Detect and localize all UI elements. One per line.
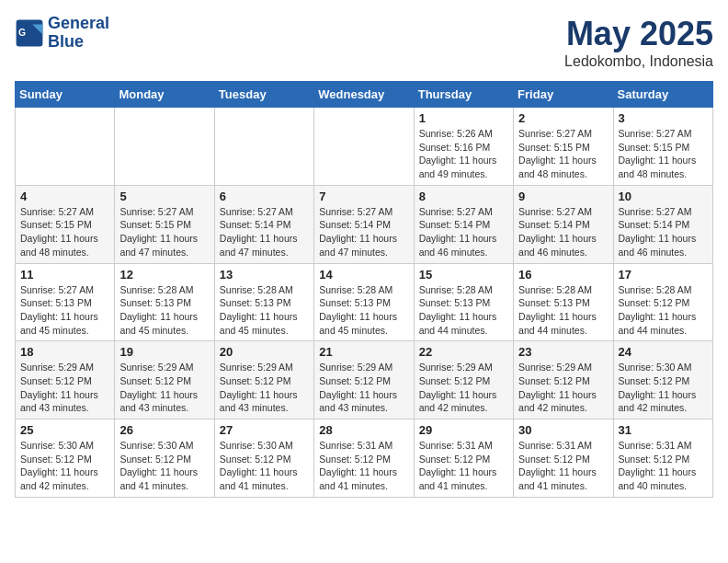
day-number: 29 <box>419 423 508 437</box>
weekday-header-monday: Monday <box>115 82 214 108</box>
calendar-cell: 30Sunrise: 5:31 AM Sunset: 5:12 PM Dayli… <box>514 419 613 498</box>
calendar-cell <box>314 108 414 186</box>
weekday-header-wednesday: Wednesday <box>314 82 414 108</box>
calendar-cell: 11Sunrise: 5:27 AM Sunset: 5:13 PM Dayli… <box>16 263 115 341</box>
weekday-header-row: SundayMondayTuesdayWednesdayThursdayFrid… <box>16 82 713 108</box>
day-info: Sunrise: 5:31 AM Sunset: 5:12 PM Dayligh… <box>319 439 408 493</box>
calendar-cell: 9Sunrise: 5:27 AM Sunset: 5:14 PM Daylig… <box>514 185 613 263</box>
day-info: Sunrise: 5:28 AM Sunset: 5:13 PM Dayligh… <box>319 283 408 338</box>
day-info: Sunrise: 5:30 AM Sunset: 5:12 PM Dayligh… <box>119 439 209 493</box>
day-info: Sunrise: 5:31 AM Sunset: 5:12 PM Dayligh… <box>619 439 708 493</box>
calendar-cell: 10Sunrise: 5:27 AM Sunset: 5:14 PM Dayli… <box>613 185 712 263</box>
calendar-cell: 17Sunrise: 5:28 AM Sunset: 5:12 PM Dayli… <box>613 263 712 341</box>
day-info: Sunrise: 5:30 AM Sunset: 5:12 PM Dayligh… <box>220 439 309 493</box>
calendar-cell: 1Sunrise: 5:26 AM Sunset: 5:16 PM Daylig… <box>414 108 513 186</box>
calendar-cell <box>16 108 115 186</box>
calendar-cell: 21Sunrise: 5:29 AM Sunset: 5:12 PM Dayli… <box>314 341 414 419</box>
day-number: 13 <box>220 268 309 282</box>
day-info: Sunrise: 5:28 AM Sunset: 5:13 PM Dayligh… <box>119 283 209 338</box>
day-info: Sunrise: 5:30 AM Sunset: 5:12 PM Dayligh… <box>20 439 109 493</box>
day-info: Sunrise: 5:26 AM Sunset: 5:16 PM Dayligh… <box>419 127 508 181</box>
svg-text:G: G <box>18 28 26 38</box>
weekday-header-tuesday: Tuesday <box>214 82 313 108</box>
weekday-header-saturday: Saturday <box>613 82 712 108</box>
calendar-cell: 18Sunrise: 5:29 AM Sunset: 5:12 PM Dayli… <box>16 341 115 419</box>
day-info: Sunrise: 5:29 AM Sunset: 5:12 PM Dayligh… <box>419 361 508 415</box>
calendar-cell: 8Sunrise: 5:27 AM Sunset: 5:14 PM Daylig… <box>414 185 513 263</box>
day-info: Sunrise: 5:29 AM Sunset: 5:12 PM Dayligh… <box>518 361 608 415</box>
day-number: 28 <box>319 423 408 437</box>
logo-icon: G <box>15 18 44 48</box>
day-info: Sunrise: 5:30 AM Sunset: 5:12 PM Dayligh… <box>619 361 708 415</box>
calendar-cell: 27Sunrise: 5:30 AM Sunset: 5:12 PM Dayli… <box>214 419 313 498</box>
day-number: 23 <box>518 345 608 359</box>
calendar-cell: 13Sunrise: 5:28 AM Sunset: 5:13 PM Dayli… <box>214 263 313 341</box>
calendar-cell: 12Sunrise: 5:28 AM Sunset: 5:13 PM Dayli… <box>115 263 214 341</box>
calendar-cell <box>115 108 214 186</box>
day-info: Sunrise: 5:27 AM Sunset: 5:15 PM Dayligh… <box>119 205 209 259</box>
week-row-2: 4Sunrise: 5:27 AM Sunset: 5:15 PM Daylig… <box>16 185 713 263</box>
day-number: 21 <box>319 345 408 359</box>
month-title: May 2025 <box>564 15 713 53</box>
calendar-cell: 22Sunrise: 5:29 AM Sunset: 5:12 PM Dayli… <box>414 341 513 419</box>
day-info: Sunrise: 5:27 AM Sunset: 5:14 PM Dayligh… <box>220 205 309 259</box>
day-number: 3 <box>619 111 708 125</box>
title-block: May 2025 Ledokombo, Indonesia <box>564 15 713 70</box>
day-number: 10 <box>619 190 708 203</box>
weekday-header-thursday: Thursday <box>414 82 513 108</box>
calendar-cell: 29Sunrise: 5:31 AM Sunset: 5:12 PM Dayli… <box>414 419 513 498</box>
calendar-cell: 3Sunrise: 5:27 AM Sunset: 5:15 PM Daylig… <box>613 108 712 186</box>
day-info: Sunrise: 5:27 AM Sunset: 5:15 PM Dayligh… <box>619 127 708 181</box>
calendar-cell <box>214 108 313 186</box>
day-info: Sunrise: 5:27 AM Sunset: 5:13 PM Dayligh… <box>20 283 109 338</box>
week-row-4: 18Sunrise: 5:29 AM Sunset: 5:12 PM Dayli… <box>16 341 713 419</box>
day-info: Sunrise: 5:28 AM Sunset: 5:13 PM Dayligh… <box>419 283 508 338</box>
day-number: 12 <box>119 268 209 282</box>
day-number: 8 <box>419 190 508 203</box>
day-number: 4 <box>20 190 109 203</box>
day-number: 19 <box>119 345 209 359</box>
day-info: Sunrise: 5:27 AM Sunset: 5:15 PM Dayligh… <box>518 127 608 181</box>
week-row-1: 1Sunrise: 5:26 AM Sunset: 5:16 PM Daylig… <box>16 108 713 186</box>
day-number: 31 <box>619 423 708 437</box>
calendar-cell: 5Sunrise: 5:27 AM Sunset: 5:15 PM Daylig… <box>115 185 214 263</box>
day-number: 1 <box>419 111 508 125</box>
day-number: 15 <box>419 268 508 282</box>
day-info: Sunrise: 5:27 AM Sunset: 5:14 PM Dayligh… <box>518 205 608 259</box>
calendar-cell: 6Sunrise: 5:27 AM Sunset: 5:14 PM Daylig… <box>214 185 313 263</box>
day-info: Sunrise: 5:29 AM Sunset: 5:12 PM Dayligh… <box>319 361 408 415</box>
day-number: 6 <box>220 190 309 203</box>
calendar-cell: 15Sunrise: 5:28 AM Sunset: 5:13 PM Dayli… <box>414 263 513 341</box>
calendar-cell: 31Sunrise: 5:31 AM Sunset: 5:12 PM Dayli… <box>613 419 712 498</box>
week-row-5: 25Sunrise: 5:30 AM Sunset: 5:12 PM Dayli… <box>16 419 713 498</box>
calendar-table: SundayMondayTuesdayWednesdayThursdayFrid… <box>15 81 713 498</box>
day-number: 14 <box>319 268 408 282</box>
day-info: Sunrise: 5:27 AM Sunset: 5:14 PM Dayligh… <box>619 205 708 259</box>
day-info: Sunrise: 5:27 AM Sunset: 5:15 PM Dayligh… <box>20 205 109 259</box>
day-number: 24 <box>619 345 708 359</box>
day-info: Sunrise: 5:27 AM Sunset: 5:14 PM Dayligh… <box>419 205 508 259</box>
day-number: 7 <box>319 190 408 203</box>
calendar-cell: 24Sunrise: 5:30 AM Sunset: 5:12 PM Dayli… <box>613 341 712 419</box>
location: Ledokombo, Indonesia <box>564 53 713 70</box>
calendar-cell: 25Sunrise: 5:30 AM Sunset: 5:12 PM Dayli… <box>16 419 115 498</box>
day-number: 5 <box>119 190 209 203</box>
calendar-cell: 20Sunrise: 5:29 AM Sunset: 5:12 PM Dayli… <box>214 341 313 419</box>
day-number: 16 <box>518 268 608 282</box>
weekday-header-friday: Friday <box>514 82 613 108</box>
logo-text: General Blue <box>48 15 109 52</box>
calendar-cell: 23Sunrise: 5:29 AM Sunset: 5:12 PM Dayli… <box>514 341 613 419</box>
day-info: Sunrise: 5:29 AM Sunset: 5:12 PM Dayligh… <box>119 361 209 415</box>
calendar-cell: 14Sunrise: 5:28 AM Sunset: 5:13 PM Dayli… <box>314 263 414 341</box>
calendar-cell: 19Sunrise: 5:29 AM Sunset: 5:12 PM Dayli… <box>115 341 214 419</box>
day-number: 22 <box>419 345 508 359</box>
day-info: Sunrise: 5:28 AM Sunset: 5:13 PM Dayligh… <box>220 283 309 338</box>
logo: G General Blue <box>15 15 109 52</box>
calendar-cell: 2Sunrise: 5:27 AM Sunset: 5:15 PM Daylig… <box>514 108 613 186</box>
day-info: Sunrise: 5:27 AM Sunset: 5:14 PM Dayligh… <box>319 205 408 259</box>
day-number: 30 <box>518 423 608 437</box>
day-number: 26 <box>119 423 209 437</box>
weekday-header-sunday: Sunday <box>16 82 115 108</box>
calendar-cell: 7Sunrise: 5:27 AM Sunset: 5:14 PM Daylig… <box>314 185 414 263</box>
calendar-cell: 26Sunrise: 5:30 AM Sunset: 5:12 PM Dayli… <box>115 419 214 498</box>
